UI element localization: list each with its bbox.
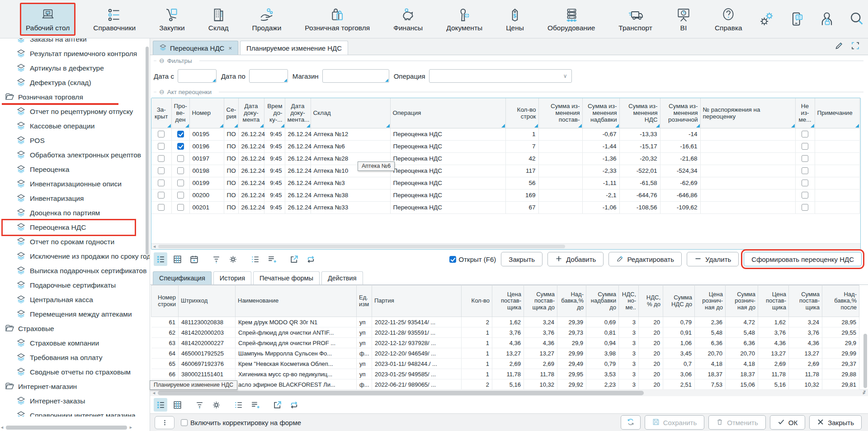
detail-row-1[interactable]: 624814202000203Спрей-флюид для очистки A…	[151, 327, 859, 338]
acts-col-header-9[interactable]: Кол-во строк	[505, 98, 538, 128]
acts-col-header-10[interactable]: Сумма из-менения постав-	[538, 98, 582, 128]
filter-icon[interactable]	[193, 398, 206, 412]
acts-row-00195[interactable]: 00195ПО26.12.249:4526.12.24Аптека №12Пер…	[151, 128, 859, 140]
footer-button-отменить[interactable]: Отменить	[708, 415, 766, 430]
add-to-list-icon[interactable]	[248, 398, 262, 412]
checkbox[interactable]	[802, 180, 808, 186]
more-options-button[interactable]	[155, 416, 175, 429]
acts-col-header-6[interactable]: Дата доку-мента...	[285, 98, 311, 128]
refresh-button[interactable]	[621, 415, 641, 430]
acts-col-header-15[interactable]: Не из-ме...	[795, 98, 815, 128]
detail-col-header-1[interactable]: Штрихкод	[179, 285, 236, 317]
checkbox[interactable]	[802, 204, 808, 211]
filter-input[interactable]	[249, 69, 288, 83]
button-редактировать[interactable]: Редактировать	[609, 252, 682, 266]
filters-group-header[interactable]: ⊖ Фильтры	[150, 55, 868, 66]
checkbox[interactable]	[158, 131, 165, 137]
acts-col-header-5[interactable]: Врем до-ку-...	[264, 98, 285, 128]
sidebar-item-0[interactable]: Заказы на аптеки	[0, 38, 150, 47]
toolbar-item-4[interactable]: Продажи	[246, 3, 288, 36]
detail-col-header-3[interactable]: Ед. изм	[357, 285, 372, 317]
tab-1[interactable]: Планируемое изменение НДС	[240, 41, 348, 55]
sidebar-item-21[interactable]: Страховые компании	[0, 336, 150, 350]
toolbar-item-9[interactable]: Оборудование	[542, 3, 601, 36]
detail-vertical-scrollbar[interactable]: ▼	[862, 285, 868, 389]
toolbar-item-12[interactable]: Справка	[709, 3, 748, 36]
filter-input[interactable]	[322, 69, 389, 83]
toolbar-item-2[interactable]: Закупки	[153, 3, 191, 36]
acts-col-header-3[interactable]: Се-рия	[224, 98, 238, 128]
acts-row-00200[interactable]: 00200ПО26.12.249:4526.12.24Аптека №38Пер…	[151, 189, 859, 201]
close-icon[interactable]: ×	[228, 45, 232, 52]
checkbox[interactable]	[802, 131, 808, 137]
sidebar-item-10[interactable]: Инвентаризационные описи	[0, 177, 150, 191]
acts-row-00199[interactable]: 00199ПО26.12.249:4526.12.24Аптека №3Пере…	[151, 177, 859, 189]
acts-col-header-16[interactable]: Примечание	[815, 98, 859, 128]
user-lock-icon[interactable]	[819, 11, 835, 27]
detail-col-header-2[interactable]: Наименование	[236, 285, 357, 317]
search-icon[interactable]	[849, 11, 865, 27]
detail-col-header-15[interactable]: Цена постав-щика	[758, 285, 789, 317]
acts-col-header-2[interactable]: Номер	[189, 98, 224, 128]
sidebar-item-26[interactable]: Справочники интернет магазина	[0, 408, 150, 417]
sidebar-item-19[interactable]: Перемещения между аптеками	[0, 307, 150, 322]
detail-horizontal-scrollbar[interactable]: ◄►	[150, 389, 868, 396]
device-messages-icon[interactable]	[789, 11, 805, 27]
sidebar-item-3[interactable]: Дефектура (склад)	[0, 76, 150, 90]
detail-col-header-16[interactable]: Сумма постав-щика	[789, 285, 822, 317]
sidebar-item-17[interactable]: Подарочные сертификаты	[0, 278, 150, 293]
toolbar-item-7[interactable]: Документы	[440, 3, 488, 36]
acts-col-header-12[interactable]: Сумма из-менения НДС	[619, 98, 660, 128]
detail-tab-2[interactable]: Печатные формы	[253, 271, 320, 284]
toolbar-item-8[interactable]: Цены	[500, 3, 530, 36]
sidebar-item-7[interactable]: POS	[0, 133, 150, 148]
button-удалить[interactable]: Удалить	[687, 252, 739, 266]
sidebar-vertical-scrollbar[interactable]	[146, 43, 149, 409]
edit-icon[interactable]	[835, 41, 844, 52]
acts-row-00197[interactable]: 00197ПО26.12.249:4526.12.24Аптека №28Пер…	[151, 152, 859, 165]
checkbox[interactable]	[177, 143, 184, 150]
footer-button-ок[interactable]: ОК	[770, 415, 805, 430]
detail-col-header-17[interactable]: Над-бавка,% после	[822, 285, 859, 317]
sidebar-item-25[interactable]: Интернет-заказы	[0, 394, 150, 408]
checkbox[interactable]	[181, 419, 188, 426]
add-to-list-icon[interactable]	[265, 252, 278, 266]
acts-col-header-14[interactable]: № распоряжения на переоценку	[700, 98, 795, 128]
checkbox[interactable]	[158, 167, 165, 174]
enable-correction-checkbox[interactable]: Включить корректировку на форме	[181, 419, 301, 426]
sidebar-item-9[interactable]: Переоценка	[0, 162, 150, 177]
toolbar-item-3[interactable]: Склад	[203, 3, 235, 36]
checkbox[interactable]	[158, 192, 165, 199]
gear-icon[interactable]	[209, 398, 223, 412]
sidebar-horizontal-scrollbar[interactable]: ◄►	[0, 425, 149, 430]
detail-col-header-6[interactable]: Цена постав-щика	[492, 285, 524, 317]
detail-col-header-13[interactable]: Цена рознич-ная до	[695, 285, 726, 317]
checkbox[interactable]	[802, 143, 808, 150]
toolbar-item-1[interactable]: Справочники	[87, 3, 142, 36]
checkbox[interactable]	[449, 256, 456, 263]
acts-row-00201[interactable]: 00201ПО26.12.249:4526.12.24Аптека №33Пер…	[151, 201, 859, 213]
checkbox[interactable]	[158, 180, 165, 186]
filter-select[interactable]: ∨	[429, 69, 572, 83]
checkbox[interactable]	[177, 192, 184, 199]
detail-row-3[interactable]: 644650001792525Шампунь Мирролла Сульсен …	[151, 348, 859, 359]
sidebar-item-18[interactable]: Центральная касса	[0, 293, 150, 307]
sidebar-item-6[interactable]: Кассовые операции	[0, 119, 150, 133]
detail-row-2[interactable]: 634814202000227Спрей-флюид для очистки P…	[151, 338, 859, 348]
checkbox[interactable]	[177, 167, 184, 174]
checkbox[interactable]	[802, 155, 808, 162]
detail-tab-0[interactable]: Спецификация	[153, 271, 212, 284]
open-f6-checkbox[interactable]: Открыт (F6)	[449, 256, 496, 263]
button-закрыть[interactable]: Закрыть	[501, 252, 542, 266]
sidebar-item-15[interactable]: Исключение из продажи по сроку годности	[0, 249, 150, 264]
acts-group-header[interactable]: ⊖ Акт переоценки	[150, 86, 868, 98]
acts-col-header-7[interactable]: Склад	[311, 98, 390, 128]
filter-icon[interactable]	[209, 252, 223, 266]
button-сформировать-переоценку-ндс[interactable]: Сформировать переоценку НДС	[744, 252, 862, 266]
acts-col-header-11[interactable]: Сумма из-менения надбавки	[582, 98, 619, 128]
detail-row-0[interactable]: 614811230020838Крем д/рук MODO QR 30г N1…	[151, 317, 859, 327]
detail-row-4[interactable]: 654600697192376Крем "Невская Косметика О…	[151, 359, 859, 369]
numbered-list-icon[interactable]	[248, 252, 262, 266]
sidebar-item-4[interactable]: Розничная торговля	[0, 90, 150, 104]
settings-gears-icon[interactable]	[759, 11, 775, 27]
